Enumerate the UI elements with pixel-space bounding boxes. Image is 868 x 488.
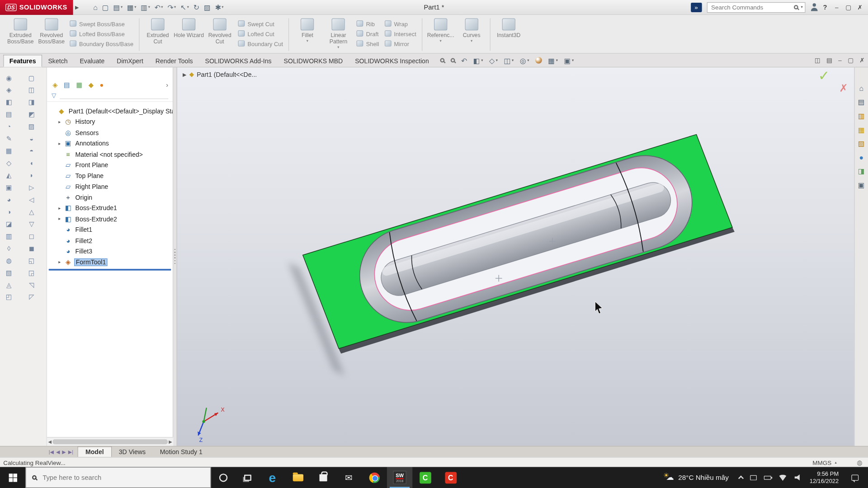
expand-arrow-icon[interactable]: ▸ [57, 119, 62, 124]
tab-solidworks-add-ins[interactable]: SOLIDWORKS Add-Ins [199, 55, 278, 67]
help-button[interactable]: ? [823, 3, 827, 11]
cortana-button[interactable] [211, 467, 236, 488]
ribbon-boundary-boss-base[interactable]: Boundary Boss/Base [70, 40, 133, 47]
pane-display-icon[interactable]: ▤ [826, 57, 832, 64]
viewport-breadcrumb[interactable]: ▶ ◆ Part1 (Default<<De... [183, 71, 257, 78]
tab-evaluate[interactable]: Evaluate [74, 55, 111, 67]
left-toolbar-icon-14[interactable]: ◊ [7, 244, 10, 253]
left-toolbar-icon-5[interactable]: ◒ [29, 134, 33, 143]
taskbar-app-app-green-c[interactable]: C [412, 467, 438, 488]
tab-features[interactable]: Features [3, 55, 42, 67]
tree-item-fillet3[interactable]: ◕Fillet3 [48, 246, 173, 257]
minimize-doc-button[interactable]: – [838, 57, 842, 64]
tab-scroll-icon-1[interactable]: ◀ [56, 449, 60, 455]
tree-item-formtool1[interactable]: ▸◈FormTool1 [48, 257, 173, 267]
manager-tabs-overflow-icon[interactable]: › [166, 81, 168, 89]
ribbon-lofted-cut[interactable]: Lofted Cut [238, 30, 283, 37]
weather-widget[interactable]: ☀☁ 28°C Nhiều mây [660, 473, 732, 482]
tree-item-boss-extrude1[interactable]: ▸◧Boss-Extrude1 [48, 203, 173, 214]
ribbon-reference-geometry[interactable]: Referenc...▾ [425, 16, 456, 43]
ribbon-extruded-cut[interactable]: Extruded Cut [142, 16, 174, 44]
ribbon-draft[interactable]: Draft [357, 30, 379, 37]
tree-horizontal-scrollbar[interactable]: ◀ ▶ [47, 437, 173, 446]
view-palette-icon[interactable]: ▧ [858, 140, 865, 148]
tree-item-boss-extrude2[interactable]: ▸◧Boss-Extrude2 [48, 214, 173, 225]
left-toolbar-icon-10[interactable]: ◁ [29, 195, 34, 204]
left-toolbar-icon-8[interactable]: ◭ [6, 170, 11, 180]
restore-button[interactable]: ▢ [844, 4, 853, 11]
ribbon-instant3d[interactable]: Instant3D [493, 16, 524, 38]
units-caret-icon[interactable]: ▴ [835, 460, 837, 465]
left-toolbar-icon-2[interactable]: ◧ [6, 98, 12, 107]
taskbar-app-store[interactable] [311, 467, 336, 488]
tree-root[interactable]: ◆ Part1 (Default<<Default>_Display Sta [48, 106, 173, 117]
tree-item-sensors[interactable]: ◎Sensors [48, 127, 173, 138]
panel-splitter[interactable] [173, 67, 177, 446]
taskbar-app-app-red-c[interactable]: C [438, 467, 463, 488]
tree-item-front-plane[interactable]: ▱Front Plane [48, 160, 173, 170]
left-toolbar-icon-3[interactable]: ◩ [28, 109, 35, 119]
left-toolbar-icon-9[interactable]: ▷ [29, 183, 34, 192]
ribbon-hole-wizard[interactable]: Hole Wizard [173, 16, 204, 38]
save-icon[interactable]: ▦▾ [127, 3, 137, 11]
scrollbar-thumb[interactable] [53, 439, 168, 444]
close-button[interactable]: ✗ [855, 4, 865, 11]
file-explorer-pane-icon[interactable]: ▦ [858, 126, 865, 134]
taskbar-app-chrome[interactable] [362, 467, 387, 488]
tree-item-history[interactable]: ▸◷History [48, 117, 173, 127]
logo-flyout-icon[interactable]: ▶ [75, 5, 79, 10]
filter-input[interactable] [60, 92, 168, 99]
task-pane-icon[interactable]: ▤ [858, 98, 865, 106]
display-style-button[interactable]: ◫▾ [504, 56, 514, 64]
ribbon-swept-boss-base[interactable]: Swept Boss/Base [70, 20, 133, 27]
minimize-button[interactable]: – [832, 4, 841, 11]
view-settings-button[interactable]: ▣▾ [564, 56, 574, 64]
restore-doc-button[interactable]: ▢ [848, 57, 854, 64]
hidden-icons-chevron[interactable] [738, 476, 744, 481]
status-globe-icon[interactable]: ◍ [857, 458, 863, 466]
taskbar-app-solidworks[interactable]: SW2018 [387, 467, 412, 488]
tree-item-material[interactable]: ≡Material <not specified> [48, 149, 173, 160]
zoom-area-button[interactable] [451, 58, 455, 63]
ribbon-fillet[interactable]: Fillet▾ [292, 16, 323, 43]
close-doc-button[interactable]: ✗ [859, 57, 864, 64]
tab-scroll-icon-3[interactable]: ▶| [68, 449, 73, 455]
ribbon-shell[interactable]: Shell [357, 40, 379, 47]
rollback-bar[interactable] [49, 268, 171, 270]
tree-item-right-plane[interactable]: ▱Right Plane [48, 181, 173, 192]
ribbon-revolved-boss-base[interactable]: Revolved Boss/Base [36, 16, 67, 44]
design-library-icon[interactable]: ▥ [858, 112, 865, 120]
taskbar-app-file-explorer[interactable] [285, 467, 311, 488]
clock[interactable]: 9:56 PM 12/16/2022 [810, 470, 839, 485]
left-toolbar-icon-15[interactable]: ◱ [28, 256, 35, 265]
left-toolbar-icon-6[interactable]: ▦ [6, 146, 12, 155]
command-search[interactable]: ▾ [707, 2, 805, 12]
filter-funnel-icon[interactable]: ▽ [52, 92, 56, 99]
dimxpertmanager-tab[interactable]: ◆ [89, 81, 94, 89]
rebuild-icon[interactable]: ↻ [193, 3, 199, 11]
propertymanager-tab[interactable]: ▤ [64, 81, 70, 89]
ribbon-wrap[interactable]: Wrap [385, 20, 416, 27]
undo-icon[interactable]: ↶▾ [155, 3, 163, 11]
left-toolbar-icon-7[interactable]: ◖ [29, 158, 33, 168]
left-toolbar-icon-13[interactable]: ▥ [6, 231, 12, 241]
tray-device-icon[interactable] [750, 475, 757, 480]
left-toolbar-icon-3[interactable]: ▤ [6, 109, 12, 119]
expand-arrow-icon[interactable]: ▸ [57, 260, 62, 265]
ribbon-rib[interactable]: Rib [357, 20, 379, 27]
splitter-handle[interactable] [175, 249, 175, 264]
tab-sketch[interactable]: Sketch [42, 55, 74, 67]
user-account-icon[interactable] [810, 3, 818, 11]
left-toolbar-icon-10[interactable]: ◕ [7, 195, 11, 204]
left-toolbar-icon-11[interactable]: △ [29, 207, 34, 216]
left-toolbar-icon-6[interactable]: ◓ [29, 146, 33, 155]
left-toolbar-icon-4[interactable]: ◔ [7, 122, 11, 131]
left-toolbar-icon-18[interactable]: ◸ [29, 292, 34, 302]
left-toolbar-icon-9[interactable]: ▣ [6, 183, 12, 192]
network-icon[interactable] [778, 474, 788, 480]
left-toolbar-icon-12[interactable]: ◪ [6, 219, 12, 229]
task-view-button[interactable] [235, 467, 259, 488]
tree-item-fillet2[interactable]: ◕Fillet2 [48, 235, 173, 246]
ribbon-revolved-cut[interactable]: Revolved Cut [204, 16, 236, 44]
left-toolbar-icon-0[interactable]: ◉ [6, 73, 12, 83]
